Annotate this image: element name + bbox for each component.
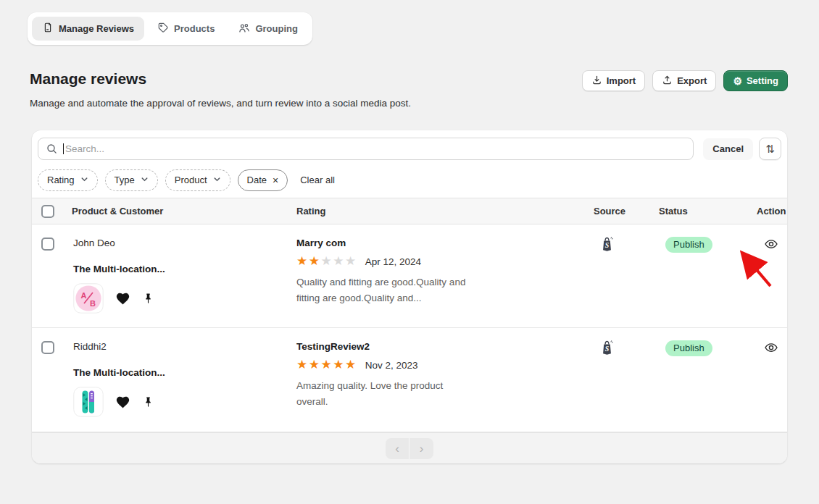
export-button[interactable]: Export bbox=[652, 70, 716, 91]
tag-icon bbox=[157, 22, 169, 35]
remove-filter-icon[interactable]: × bbox=[273, 175, 278, 186]
page-subtitle: Manage and automate the approval of revi… bbox=[30, 98, 411, 109]
eye-icon bbox=[764, 237, 778, 253]
view-review-button[interactable] bbox=[764, 340, 778, 357]
search-icon bbox=[46, 143, 58, 158]
table-row: John Deo The Multi-location... A B bbox=[32, 224, 787, 328]
upload-icon bbox=[662, 75, 673, 88]
pin-icon[interactable] bbox=[142, 395, 154, 410]
sort-icon: ⇅ bbox=[765, 143, 775, 156]
group-icon bbox=[238, 22, 250, 36]
customer-name: Riddhi2 bbox=[73, 341, 296, 353]
status-badge: Publish bbox=[665, 340, 712, 356]
review-title: TestingReview2 bbox=[296, 341, 562, 353]
tab-grouping[interactable]: Grouping bbox=[228, 17, 308, 41]
table-header: Product & Customer Rating Source Status … bbox=[32, 198, 787, 224]
search-box bbox=[38, 138, 694, 160]
shopify-source-icon: S bbox=[599, 346, 615, 358]
filter-chip-type[interactable]: Type bbox=[105, 169, 158, 191]
column-header-product-customer[interactable]: Product & Customer bbox=[70, 206, 296, 217]
product-thumbnail-ab-badge[interactable]: A B bbox=[73, 283, 104, 314]
column-header-status[interactable]: Status bbox=[628, 206, 725, 217]
review-text: Amazing quality. Love the product overal… bbox=[296, 378, 474, 409]
svg-text:S: S bbox=[605, 345, 610, 353]
tab-label: Grouping bbox=[255, 23, 298, 34]
tab-label: Manage Reviews bbox=[59, 23, 134, 34]
column-header-rating[interactable]: Rating bbox=[296, 206, 562, 217]
tab-products[interactable]: Products bbox=[147, 17, 225, 41]
chevron-down-icon bbox=[141, 175, 149, 185]
heart-icon[interactable] bbox=[115, 291, 130, 306]
pagination-footer: ‹ › bbox=[32, 432, 787, 463]
review-text: Quality and fitting are good.Quality and… bbox=[296, 274, 474, 306]
search-row: Cancel ⇅ bbox=[32, 130, 787, 167]
cancel-button[interactable]: Cancel bbox=[703, 138, 753, 160]
document-icon bbox=[42, 22, 54, 35]
gear-icon: ⚙ bbox=[733, 76, 742, 86]
eye-icon bbox=[764, 340, 778, 357]
tab-manage-reviews[interactable]: Manage Reviews bbox=[32, 17, 144, 41]
view-review-button[interactable] bbox=[764, 237, 778, 253]
table-row: Riddhi2 The Multi-location... bbox=[32, 328, 787, 432]
row-checkbox[interactable] bbox=[41, 238, 54, 251]
product-title[interactable]: The Multi-location... bbox=[73, 264, 296, 275]
star-rating: ★★★★★ bbox=[296, 358, 357, 371]
shopify-source-icon: S bbox=[599, 243, 615, 255]
svg-text:S: S bbox=[605, 241, 610, 249]
chevron-down-icon bbox=[80, 175, 88, 185]
pin-icon[interactable] bbox=[142, 291, 154, 306]
filter-chip-date[interactable]: Date × bbox=[238, 169, 288, 191]
review-date: Apr 12, 2024 bbox=[365, 256, 421, 267]
reviews-card: Cancel ⇅ Rating Type Product Date × bbox=[32, 130, 787, 463]
star-rating: ★★★★★ bbox=[296, 255, 357, 268]
status-badge: Publish bbox=[665, 237, 712, 253]
clear-all-button[interactable]: Clear all bbox=[300, 175, 335, 185]
svg-text:A: A bbox=[81, 291, 87, 300]
product-thumbnail-snowboard[interactable] bbox=[73, 387, 104, 417]
select-all-checkbox[interactable] bbox=[41, 205, 54, 218]
pagination-next-button[interactable]: › bbox=[410, 438, 433, 459]
row-checkbox[interactable] bbox=[41, 341, 54, 354]
search-input[interactable] bbox=[38, 138, 694, 160]
setting-button[interactable]: ⚙ Setting bbox=[723, 70, 788, 91]
filter-chip-product[interactable]: Product bbox=[165, 169, 230, 191]
heart-icon[interactable] bbox=[115, 395, 130, 410]
svg-text:B: B bbox=[90, 299, 96, 308]
product-title[interactable]: The Multi-location... bbox=[73, 367, 296, 379]
column-header-action[interactable]: Action bbox=[725, 206, 787, 217]
filter-chip-rating[interactable]: Rating bbox=[38, 169, 98, 191]
page-title: Manage reviews bbox=[30, 70, 146, 88]
column-header-source[interactable]: Source bbox=[562, 206, 628, 217]
header-actions: Import Export ⚙ Setting bbox=[582, 70, 788, 91]
sort-button[interactable]: ⇅ bbox=[759, 138, 781, 160]
tab-label: Products bbox=[174, 23, 215, 34]
review-title: Marry com bbox=[296, 238, 562, 249]
pagination-prev-button[interactable]: ‹ bbox=[386, 438, 410, 459]
review-date: Nov 2, 2023 bbox=[365, 360, 418, 371]
customer-name: John Deo bbox=[73, 238, 296, 249]
app-tabbar: Manage Reviews Products Grouping bbox=[28, 12, 312, 45]
download-icon bbox=[591, 75, 602, 88]
import-button[interactable]: Import bbox=[582, 70, 645, 91]
text-cursor bbox=[63, 143, 64, 154]
filter-row: Rating Type Product Date × Clear all bbox=[32, 167, 787, 198]
chevron-down-icon bbox=[213, 175, 221, 185]
